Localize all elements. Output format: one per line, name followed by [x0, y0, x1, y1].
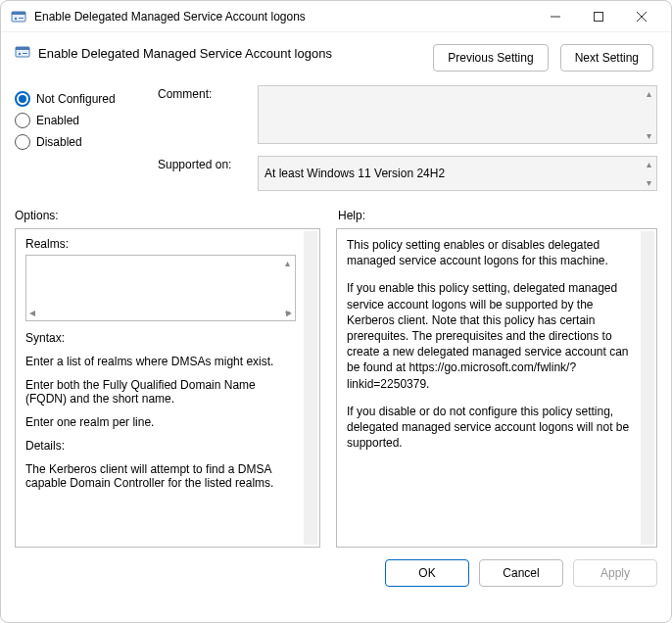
scrollbar[interactable]: ▴▾ — [641, 86, 656, 143]
help-label: Help: — [338, 209, 657, 222]
radio-label: Disabled — [36, 135, 82, 149]
policy-title: Enable Delegated Managed Service Account… — [38, 46, 332, 61]
scrollbar[interactable] — [641, 231, 654, 545]
syntax-label: Syntax: — [25, 331, 296, 345]
maximize-button[interactable] — [577, 3, 620, 30]
radio-icon — [15, 113, 30, 128]
options-text-line: Enter both the Fully Qualified Domain Na… — [25, 378, 296, 406]
svg-rect-1 — [12, 12, 25, 15]
dialog-footer: OK Cancel Apply — [1, 548, 671, 599]
svg-rect-5 — [595, 12, 603, 21]
supported-on-value: At least Windows 11 Version 24H2 — [264, 167, 445, 180]
radio-label: Enabled — [36, 114, 79, 127]
svg-line-6 — [637, 12, 647, 22]
options-text-line: The Kerberos client will attempt to find… — [25, 462, 296, 490]
help-paragraph: This policy setting enables or disables … — [347, 237, 633, 268]
svg-rect-3 — [19, 18, 24, 19]
policy-icon — [15, 44, 30, 63]
radio-label: Not Configured — [36, 92, 116, 106]
ok-button[interactable]: OK — [385, 559, 469, 587]
options-label: Options: — [15, 209, 318, 222]
scrollbar[interactable]: ▴▾ — [641, 157, 656, 190]
help-paragraph: If you enable this policy setting, deleg… — [347, 280, 633, 391]
next-setting-button[interactable]: Next Setting — [560, 44, 653, 72]
options-pane: Realms: ▴▾ ◂ ▸ Syntax: Enter a list of r… — [15, 228, 320, 548]
help-pane: This policy setting enables or disables … — [336, 228, 657, 548]
previous-setting-button[interactable]: Previous Setting — [433, 44, 548, 72]
options-text-line: Enter one realm per line. — [25, 415, 296, 429]
chevron-up-icon: ▴ — [285, 258, 290, 268]
titlebar: Enable Delegated Managed Service Account… — [1, 1, 671, 32]
radio-icon — [15, 91, 30, 107]
supported-on-label: Supported on: — [158, 156, 248, 171]
chevron-right-icon: ▸ — [286, 306, 292, 319]
cancel-button[interactable]: Cancel — [479, 559, 563, 587]
scrollbar[interactable] — [304, 231, 317, 545]
svg-rect-11 — [23, 53, 27, 54]
chevron-up-icon: ▴ — [647, 159, 651, 169]
scrollbar-horizontal[interactable]: ◂ ▸ — [26, 305, 295, 320]
help-paragraph: If you disable or do not configure this … — [347, 404, 633, 452]
radio-not-configured[interactable]: Not Configured — [15, 91, 142, 107]
radio-icon — [15, 134, 30, 150]
chevron-down-icon: ▾ — [647, 177, 651, 188]
close-button[interactable] — [620, 3, 663, 30]
chevron-left-icon: ◂ — [29, 306, 35, 319]
svg-line-7 — [637, 12, 647, 22]
chevron-down-icon: ▾ — [647, 130, 651, 141]
apply-button[interactable]: Apply — [573, 559, 657, 587]
svg-rect-9 — [16, 47, 29, 50]
window-title: Enable Delegated Managed Service Account… — [34, 10, 534, 24]
comment-textarea[interactable]: ▴▾ — [258, 85, 657, 144]
minimize-button[interactable] — [534, 3, 577, 30]
svg-point-2 — [15, 17, 17, 19]
svg-point-10 — [19, 53, 21, 55]
chevron-up-icon: ▴ — [647, 88, 651, 99]
supported-on-field: At least Windows 11 Version 24H2 ▴▾ — [258, 156, 657, 191]
realms-listbox[interactable]: ▴▾ ◂ ▸ — [25, 255, 296, 321]
radio-disabled[interactable]: Disabled — [15, 134, 142, 150]
options-text-line: Enter a list of realms where DMSAs might… — [25, 355, 296, 368]
radio-enabled[interactable]: Enabled — [15, 113, 142, 128]
comment-label: Comment: — [158, 85, 248, 101]
policy-icon — [11, 9, 26, 24]
realms-label: Realms: — [25, 237, 296, 251]
details-label: Details: — [25, 439, 296, 453]
